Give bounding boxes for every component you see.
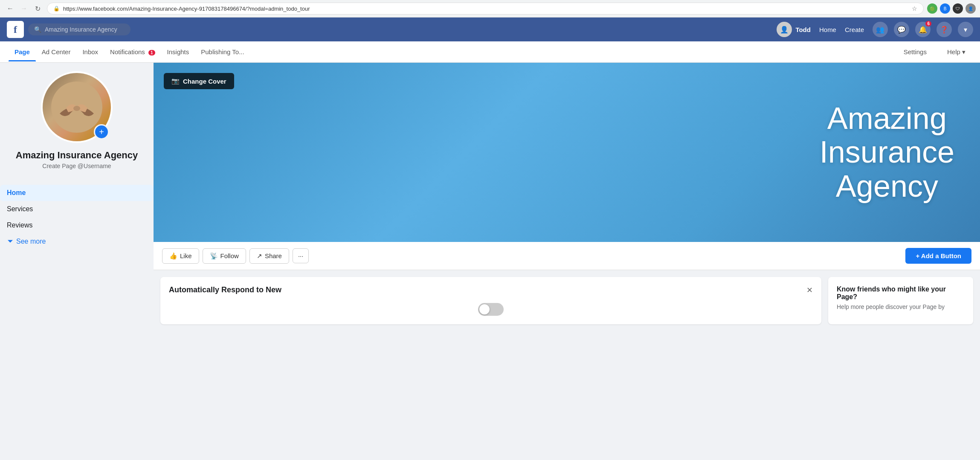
- page-name: Amazing Insurance Agency: [16, 150, 138, 161]
- nav-ad-center[interactable]: Ad Center: [36, 42, 77, 61]
- sidebar-item-services[interactable]: Services: [0, 201, 154, 217]
- know-friends-title: Know friends who might like your Page?: [837, 285, 965, 301]
- lock-icon: 🔒: [53, 6, 60, 12]
- avatar: 👤: [777, 22, 792, 37]
- auto-respond-title: Automatically Respond to New: [169, 285, 813, 294]
- add-photo-button[interactable]: +: [94, 124, 109, 140]
- header-nav: Home Create: [819, 26, 864, 33]
- ext-person[interactable]: 👤: [966, 3, 976, 14]
- add-button-label: + Add a Button: [916, 252, 961, 259]
- extensions: 🟢 B 🛡 👤: [927, 3, 976, 14]
- follow-icon: 📡: [210, 252, 218, 260]
- profile-section: + Amazing Insurance Agency Create Page @…: [0, 63, 154, 185]
- share-icon: ↗: [257, 252, 262, 260]
- fb-logo: f: [7, 21, 24, 38]
- follow-button[interactable]: 📡 Follow: [203, 248, 246, 264]
- auto-respond-card: ✕ Automatically Respond to New: [160, 277, 821, 324]
- nav-insights[interactable]: Insights: [161, 42, 195, 61]
- fb-search-bar[interactable]: 🔍: [28, 23, 130, 35]
- nav-publishing[interactable]: Publishing To...: [195, 42, 250, 61]
- reload-button[interactable]: ↻: [32, 3, 43, 15]
- more-label: ···: [298, 252, 304, 259]
- toggle-knob: [479, 304, 490, 314]
- notif-badge: 1: [148, 50, 155, 55]
- ext-green[interactable]: 🟢: [927, 3, 937, 14]
- toggle-switch[interactable]: [478, 303, 504, 316]
- header-icons: 👥 💬 🔔 6 ❓ ▾: [873, 22, 973, 37]
- search-input[interactable]: [45, 26, 125, 33]
- create-nav[interactable]: Create: [845, 26, 864, 33]
- follow-label: Follow: [220, 252, 239, 259]
- share-button[interactable]: ↗ Share: [249, 248, 289, 264]
- people-icon-btn[interactable]: 👥: [873, 22, 888, 37]
- help-icon-btn[interactable]: ❓: [937, 22, 952, 37]
- ext-shield[interactable]: 🛡: [953, 3, 963, 14]
- user-profile[interactable]: 👤 Todd: [777, 22, 811, 37]
- nav-notifications[interactable]: Notifications 1: [104, 42, 161, 61]
- nav-settings[interactable]: Settings: [898, 42, 933, 62]
- notifications-icon-btn[interactable]: 🔔 6: [915, 22, 931, 37]
- sidebar-menu: Home Services Reviews See more: [0, 185, 154, 250]
- bottom-section: ✕ Automatically Respond to New Know frie…: [154, 270, 980, 331]
- chevron-down-icon: [7, 238, 14, 245]
- user-name: Todd: [795, 26, 811, 33]
- url-text: https://www.facebook.com/Amazing-Insuran…: [63, 6, 908, 12]
- forward-button[interactable]: →: [18, 3, 30, 15]
- page-nav: Page Ad Center Inbox Notifications 1 Ins…: [0, 41, 980, 63]
- sidebar-item-home[interactable]: Home: [0, 185, 154, 201]
- nav-help[interactable]: Help ▾: [941, 42, 971, 62]
- camera-icon: 📷: [171, 77, 180, 85]
- page-username[interactable]: Create Page @Username: [42, 163, 111, 169]
- address-bar[interactable]: 🔒 https://www.facebook.com/Amazing-Insur…: [47, 3, 924, 15]
- facebook-header: f 🔍 👤 Todd Home Create 👥 💬 🔔 6 ❓ ▾: [0, 17, 980, 41]
- see-more-button[interactable]: See more: [0, 233, 154, 250]
- svg-point-1: [73, 106, 80, 111]
- cover-title: AmazingInsuranceAgency: [820, 102, 954, 203]
- know-friends-sub: Help more people discover your Page by: [837, 303, 965, 310]
- change-cover-label: Change Cover: [183, 78, 226, 85]
- search-icon: 🔍: [34, 26, 41, 33]
- sidebar-item-reviews[interactable]: Reviews: [0, 217, 154, 233]
- messenger-icon-btn[interactable]: 💬: [894, 22, 909, 37]
- main-container: + Amazing Insurance Agency Create Page @…: [0, 63, 980, 331]
- share-label: Share: [265, 252, 282, 259]
- bookmark-icon[interactable]: ☆: [912, 5, 917, 12]
- bell-badge: 6: [925, 21, 931, 26]
- cover-photo: 📷 Change Cover AmazingInsuranceAgency: [154, 63, 980, 242]
- like-label: Like: [180, 252, 192, 259]
- know-friends-card: Know friends who might like your Page? H…: [828, 277, 973, 324]
- close-button[interactable]: ✕: [806, 285, 813, 295]
- home-nav[interactable]: Home: [819, 26, 836, 33]
- header-right: 👤 Todd Home Create 👥 💬 🔔 6 ❓ ▾: [777, 22, 973, 37]
- nav-inbox[interactable]: Inbox: [76, 42, 104, 61]
- like-icon: 👍: [169, 252, 177, 260]
- left-sidebar: + Amazing Insurance Agency Create Page @…: [0, 63, 154, 331]
- page-nav-right: Settings Help ▾: [898, 42, 971, 62]
- browser-chrome: ← → ↻ 🔒 https://www.facebook.com/Amazing…: [0, 0, 980, 17]
- toggle-wrap: [169, 303, 813, 316]
- menu-icon-btn[interactable]: ▾: [958, 22, 973, 37]
- action-bar: 👍 Like 📡 Follow ↗ Share ··· + Add a Butt…: [154, 242, 980, 270]
- right-content: 📷 Change Cover AmazingInsuranceAgency 👍 …: [154, 63, 980, 331]
- nav-buttons: ← → ↻: [4, 3, 43, 15]
- ext-blue[interactable]: B: [940, 3, 950, 14]
- nav-page[interactable]: Page: [9, 42, 36, 61]
- avatar-wrap: +: [41, 71, 113, 143]
- back-button[interactable]: ←: [4, 3, 16, 15]
- add-button-cta[interactable]: + Add a Button: [905, 248, 971, 264]
- change-cover-button[interactable]: 📷 Change Cover: [164, 73, 234, 89]
- browser-toolbar: ← → ↻ 🔒 https://www.facebook.com/Amazing…: [0, 0, 980, 17]
- more-button[interactable]: ···: [293, 248, 309, 263]
- see-more-label: See more: [16, 238, 46, 245]
- like-button[interactable]: 👍 Like: [162, 248, 199, 264]
